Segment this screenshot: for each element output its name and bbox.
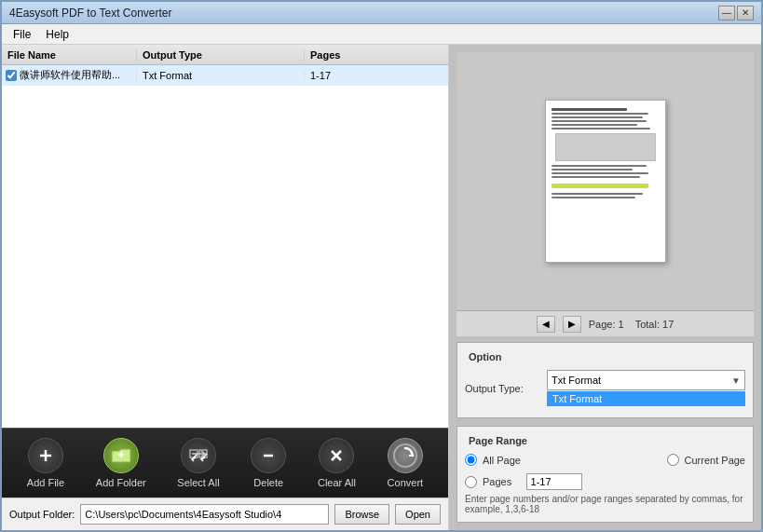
cell-pages: 1-17 bbox=[305, 70, 336, 81]
add-folder-label: Add Folder bbox=[96, 477, 146, 488]
output-type-dropdown[interactable]: Txt Format ▼ bbox=[547, 370, 745, 390]
menu-bar: File Help bbox=[2, 24, 761, 45]
browse-button[interactable]: Browse bbox=[334, 504, 389, 525]
prev-page-button[interactable]: ◀ bbox=[537, 316, 555, 333]
clear-all-label: Clear All bbox=[318, 477, 356, 488]
output-type-dropdown-wrapper: Txt Format ▼ Txt Format bbox=[547, 370, 745, 406]
minimize-button[interactable]: — bbox=[718, 6, 735, 20]
select-all-icon bbox=[181, 438, 216, 473]
window-title: 4Easysoft PDF to Text Converter bbox=[9, 7, 172, 20]
option-group-title: Option bbox=[465, 351, 505, 362]
option-group: Option Output Type: Txt Format ▼ Txt For… bbox=[456, 342, 754, 418]
col-pages: Pages bbox=[305, 49, 346, 61]
preview-nav: ◀ ▶ Page: 1 Total: 17 bbox=[456, 310, 754, 336]
output-type-row: Output Type: Txt Format ▼ Txt Format bbox=[465, 370, 745, 406]
table-body: 微讲师软件使用帮助... Txt Format 1-17 bbox=[2, 65, 448, 428]
cell-filename: 微讲师软件使用帮助... bbox=[2, 68, 137, 82]
output-bar: Output Folder: Browse Open bbox=[2, 498, 448, 530]
preview-area bbox=[456, 52, 754, 310]
menu-file[interactable]: File bbox=[6, 26, 38, 43]
page-range-row1: All Page Current Page bbox=[465, 454, 745, 470]
current-page-option: Current Page bbox=[667, 454, 745, 466]
dropdown-arrow-icon: ▼ bbox=[731, 375, 741, 386]
table-header: File Name Output Type Pages bbox=[2, 45, 448, 65]
pdf-content bbox=[546, 101, 665, 206]
convert-icon bbox=[388, 438, 423, 473]
menu-help[interactable]: Help bbox=[38, 26, 76, 43]
add-file-button[interactable]: Add File bbox=[27, 438, 64, 488]
page-info: Page: 1 Total: 17 bbox=[589, 319, 674, 330]
pages-label: Pages bbox=[483, 476, 511, 487]
all-page-radio[interactable] bbox=[465, 454, 477, 466]
page-range-group: Page Range All Page Current Page Pages bbox=[456, 426, 754, 523]
file-table: File Name Output Type Pages 微讲师软件使用帮助...… bbox=[2, 45, 448, 428]
select-all-label: Select All bbox=[177, 477, 219, 488]
dropdown-option-txt[interactable]: Txt Format bbox=[547, 391, 745, 406]
current-page-radio[interactable] bbox=[667, 454, 679, 466]
pdf-preview bbox=[545, 100, 666, 263]
clear-all-icon bbox=[319, 438, 354, 473]
pdf-image-box bbox=[555, 133, 656, 161]
row-checkbox[interactable] bbox=[6, 70, 17, 81]
title-bar: 4Easysoft PDF to Text Converter — ✕ bbox=[2, 2, 761, 24]
cell-output: Txt Format bbox=[137, 70, 305, 81]
toolbar: Add File Add Folder bbox=[2, 428, 448, 498]
output-path-input[interactable] bbox=[80, 504, 329, 525]
range-hint: Enter page numbers and/or page ranges se… bbox=[465, 494, 745, 514]
current-page-label: Current Page bbox=[685, 455, 745, 466]
main-window: 4Easysoft PDF to Text Converter — ✕ File… bbox=[0, 0, 763, 532]
all-page-label: All Page bbox=[483, 455, 521, 466]
next-page-button[interactable]: ▶ bbox=[563, 316, 581, 333]
convert-label: Convert bbox=[388, 477, 424, 488]
pages-radio[interactable] bbox=[465, 476, 477, 488]
output-folder-label: Output Folder: bbox=[9, 509, 75, 520]
pages-option: Pages bbox=[465, 473, 745, 490]
clear-all-button[interactable]: Clear All bbox=[318, 438, 356, 488]
table-row[interactable]: 微讲师软件使用帮助... Txt Format 1-17 bbox=[2, 65, 448, 86]
delete-button[interactable]: Delete bbox=[251, 438, 286, 488]
content-area: File Name Output Type Pages 微讲师软件使用帮助...… bbox=[2, 45, 761, 530]
convert-button[interactable]: Convert bbox=[388, 438, 424, 488]
delete-label: Delete bbox=[253, 477, 283, 488]
col-output: Output Type bbox=[137, 49, 305, 61]
open-button[interactable]: Open bbox=[395, 504, 441, 525]
close-button[interactable]: ✕ bbox=[737, 6, 754, 20]
right-panel: ◀ ▶ Page: 1 Total: 17 Option Output Type… bbox=[449, 45, 761, 530]
add-file-icon bbox=[28, 438, 63, 473]
delete-icon bbox=[251, 438, 286, 473]
add-folder-button[interactable]: Add Folder bbox=[96, 438, 146, 488]
left-panel: File Name Output Type Pages 微讲师软件使用帮助...… bbox=[2, 45, 449, 530]
window-controls: — ✕ bbox=[718, 6, 754, 20]
page-range-title: Page Range bbox=[465, 435, 531, 446]
add-file-label: Add File bbox=[27, 477, 64, 488]
all-page-option: All Page bbox=[465, 454, 521, 466]
output-type-label: Output Type: bbox=[465, 383, 539, 394]
pages-input[interactable] bbox=[526, 473, 582, 490]
col-filename: File Name bbox=[2, 49, 137, 61]
add-folder-icon bbox=[103, 438, 139, 473]
select-all-button[interactable]: Select All bbox=[177, 438, 219, 488]
